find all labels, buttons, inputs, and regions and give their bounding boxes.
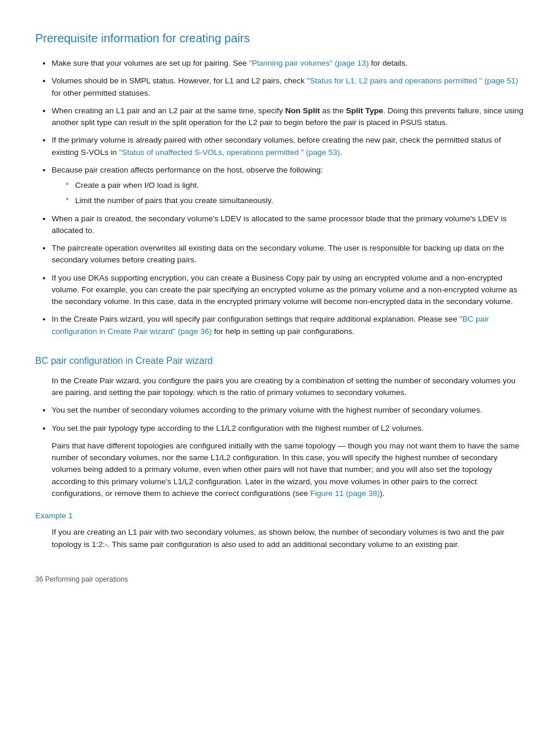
bc-bullet1-text: You set the number of secondary volumes … — [52, 406, 482, 414]
sub-subsection-title: Example 1 — [35, 510, 525, 522]
bullet4-link[interactable]: "Status of unaffected S-VOLs, operations… — [119, 148, 340, 157]
bullet2-link[interactable]: "Status for L1, L2 pairs and operations … — [307, 76, 518, 85]
bullet5-text: Because pair creation affects performanc… — [52, 166, 323, 174]
bullet7-text: The paircreate operation overwrites all … — [52, 244, 504, 264]
example1-para: If you are creating an L1 pair with two … — [52, 526, 525, 551]
bullet1-text-before: Make sure that your volumes are set up f… — [52, 59, 249, 67]
sub-list-item: Create a pair when I/O load is light. — [66, 180, 525, 191]
footer-text: 36 Performing pair operations — [35, 575, 128, 583]
bc-pair-intro: In the Create Pair wizard, you configure… — [52, 375, 525, 399]
list-item: The paircreate operation overwrites all … — [52, 242, 525, 266]
bullet3-bold2: Split Type — [346, 106, 383, 115]
main-bullet-list: Make sure that your volumes are set up f… — [52, 58, 525, 337]
sub-bullet1-text: Create a pair when I/O load is light. — [75, 181, 199, 190]
bullet1-text-after: for details. — [369, 59, 407, 67]
list-item: Because pair creation affects performanc… — [52, 164, 525, 207]
bullet1-link[interactable]: "Planning pair volumes" (page 13) — [249, 59, 369, 67]
bullet8-text: If you use DKAs supporting encryption, y… — [52, 274, 517, 306]
bullet3-bold1: Non Split — [285, 106, 320, 115]
sub-list-item: Limit the number of pairs that you creat… — [66, 195, 525, 207]
list-item: If the primary volume is already paired … — [52, 134, 525, 158]
bc-pair-para: Pairs that have different topologies are… — [52, 440, 525, 499]
footer: 36 Performing pair operations — [35, 574, 525, 585]
list-item: Make sure that your volumes are set up f… — [52, 58, 525, 69]
sub-bullet-list: Create a pair when I/O load is light. Li… — [66, 180, 525, 207]
bullet2-text-before: Volumes should be in SMPL status. Howeve… — [52, 76, 307, 85]
bullet6-text: When a pair is created, the secondary vo… — [52, 214, 507, 235]
list-item: You set the number of secondary volumes … — [52, 404, 525, 416]
subsection-title: BC pair configuration in Create Pair wiz… — [35, 354, 525, 368]
bc-bullet2-text: You set the pair typology type according… — [52, 424, 424, 433]
list-item: When creating an L1 pair and an L2 pair … — [52, 105, 525, 129]
bc-para-text-before: Pairs that have different topologies are… — [52, 441, 519, 498]
bc-para-link[interactable]: Figure 11 (page 38) — [310, 489, 380, 498]
bullet9-text-before: In the Create Pairs wizard, you will spe… — [52, 315, 460, 323]
list-item: You set the pair typology type according… — [52, 423, 525, 434]
list-item: Volumes should be in SMPL status. Howeve… — [52, 75, 525, 99]
bullet4-text-after: . — [340, 148, 342, 157]
list-item: When a pair is created, the secondary vo… — [52, 213, 525, 237]
bullet3-text-mid: as the — [320, 106, 346, 115]
bullet2-text-after: for other permitted statuses. — [52, 89, 150, 97]
list-item: In the Create Pairs wizard, you will spe… — [52, 313, 525, 337]
sub-bullet2-text: Limit the number of pairs that you creat… — [75, 196, 273, 205]
list-item: If you use DKAs supporting encryption, y… — [52, 272, 525, 308]
section-title: Prerequisite information for creating pa… — [35, 29, 525, 47]
bc-para-text-end: ). — [380, 489, 384, 498]
bc-pair-bullet-list: You set the number of secondary volumes … — [52, 404, 525, 434]
bullet3-text-before: When creating an L1 pair and an L2 pair … — [52, 106, 285, 115]
bullet9-text-after: for help in setting up pair configuratio… — [212, 327, 355, 336]
